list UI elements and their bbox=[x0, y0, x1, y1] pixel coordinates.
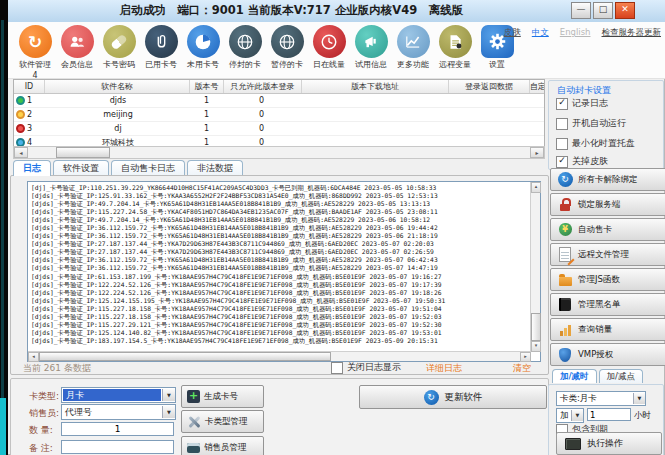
execute-operation-button[interactable]: 执行操作 bbox=[556, 432, 662, 455]
tab-add-subtract-points[interactable]: 加/减点 bbox=[599, 369, 643, 383]
col-custom[interactable]: 自定义数据 bbox=[530, 80, 544, 93]
table-row[interactable]: 1 djds 1 0 bbox=[14, 94, 544, 108]
quantity-input[interactable] bbox=[61, 422, 174, 436]
log-textarea[interactable]: [dj]_卡号验证_IP:110.251.39.229_YK86644D10H8… bbox=[27, 181, 541, 362]
toolbar-label: 更多功能 bbox=[397, 60, 429, 69]
log-line: [djds]_卡号验证_IP:27.187.137.44_卡号:YKA7D29D… bbox=[31, 240, 530, 248]
toolbar-item-software-manage[interactable]: ↻ 软件管理 4 bbox=[14, 22, 56, 78]
chevron-down-icon[interactable]: ▼ bbox=[633, 393, 645, 404]
scrollbar-thumb[interactable] bbox=[531, 313, 541, 341]
card-type-select[interactable]: 月卡 ▼ bbox=[61, 387, 176, 403]
table-row[interactable]: 3 dj 1 0 bbox=[14, 122, 544, 136]
button-label: 自动售卡 bbox=[578, 224, 612, 236]
unbind-icon: ↻ bbox=[557, 172, 573, 188]
minimize-to-tray-checkbox[interactable]: ✓ 最小化时置托盘 bbox=[556, 137, 635, 150]
log-line: [djds]_卡号验证_IP:125.124.140.82_卡号:YK18AAE… bbox=[31, 329, 530, 337]
update-software-button[interactable]: ↻ 更新软件 bbox=[359, 385, 547, 409]
log-line: [djds]_卡号验证_IP:49.7.204.14_卡号:YK65A61D48… bbox=[31, 200, 530, 208]
toolbar-item-card-password[interactable]: 卡号密码 bbox=[98, 22, 140, 78]
toolbar-item-trial-info[interactable]: 试用信息 bbox=[350, 22, 392, 78]
minimize-button[interactable]: — bbox=[571, 2, 591, 19]
log-vertical-scrollbar[interactable]: ▴ ▾ bbox=[530, 182, 540, 352]
toolbar-item-more-functions[interactable]: 更多功能 bbox=[392, 22, 434, 78]
checkbox-label: 记录日志 bbox=[572, 97, 608, 110]
toolbar-item-used-cards[interactable]: 已用卡号 bbox=[140, 22, 182, 78]
titlebar[interactable]: 启动成功 端口：9001 当前版本V:717 企业版内核V49 离线版 — □ … bbox=[8, 0, 665, 23]
toolbar-item-paused-cards[interactable]: 暂停的卡 bbox=[266, 22, 308, 78]
checkbox[interactable]: ✓ bbox=[556, 138, 568, 150]
toolbar-item-daily-online[interactable]: 日在线量 bbox=[308, 22, 350, 78]
col-name[interactable]: 软件名称 bbox=[45, 80, 190, 93]
check-update-link[interactable]: 检查服务器更新 bbox=[602, 27, 662, 39]
scrollbar-thumb[interactable] bbox=[39, 352, 331, 361]
operation-select[interactable]: 加 ▼ bbox=[556, 408, 584, 423]
scroll-left-icon[interactable]: ◂ bbox=[14, 147, 28, 158]
chevron-down-icon[interactable]: ▼ bbox=[162, 389, 175, 401]
adjust-value-input[interactable] bbox=[587, 408, 631, 421]
card-type-manage-button[interactable]: 卡类型管理 bbox=[181, 410, 264, 433]
vmp-authorize-button[interactable]: VMP授权 bbox=[550, 343, 665, 366]
scroll-right-icon[interactable]: ▸ bbox=[520, 352, 531, 362]
checkbox[interactable]: ✓ bbox=[556, 98, 568, 110]
auto-sell-button[interactable]: ¥ 自动售卡 bbox=[550, 218, 665, 241]
scroll-left-icon[interactable]: ◂ bbox=[28, 352, 39, 362]
tab-log[interactable]: 日志 bbox=[13, 160, 51, 176]
tab-software-settings[interactable]: 软件设置 bbox=[53, 160, 109, 176]
log-horizontal-scrollbar[interactable]: ◂ ▸ bbox=[28, 351, 531, 361]
bar-chart-icon bbox=[557, 322, 573, 338]
table-row[interactable]: 2 meijing 1 0 bbox=[14, 108, 544, 122]
remote-file-manager-button[interactable]: 远程文件管理 bbox=[550, 243, 665, 266]
chevron-down-icon[interactable]: ▼ bbox=[571, 410, 583, 421]
checkbox-label: 最小化时置托盘 bbox=[572, 137, 635, 150]
col-only-this-version[interactable]: 只允许此版本登录 bbox=[224, 80, 302, 93]
pill-icon bbox=[103, 25, 136, 58]
checkbox[interactable]: ✓ bbox=[331, 362, 343, 374]
seller-manage-button[interactable]: 销售员管理 bbox=[181, 436, 264, 455]
scroll-right-icon[interactable]: ▸ bbox=[530, 147, 544, 158]
query-sales-button[interactable]: 查询销量 bbox=[550, 318, 665, 341]
seller-select[interactable]: 代理号 ▼ bbox=[61, 404, 176, 420]
maximize-button[interactable]: □ bbox=[593, 2, 613, 19]
button-label: 更新软件 bbox=[445, 391, 483, 404]
toolbar-item-remote-variables[interactable]: 远程变量 bbox=[434, 22, 476, 78]
record-log-checkbox[interactable]: ✓ 记录日志 bbox=[556, 97, 608, 110]
col-version[interactable]: 版本号 bbox=[190, 80, 224, 93]
toolbar-item-banned-cards[interactable]: 停封的卡 bbox=[224, 22, 266, 78]
adjust-card-type-select[interactable]: 卡类:月卡 ▼ bbox=[556, 391, 646, 406]
cell-version: 1 bbox=[190, 108, 223, 121]
note-input[interactable] bbox=[61, 440, 174, 454]
chevron-down-icon[interactable]: ▼ bbox=[162, 406, 175, 418]
detail-log-link[interactable]: 详细日志 bbox=[426, 362, 462, 375]
generate-card-button[interactable]: + 生成卡号 bbox=[181, 385, 264, 408]
english-link[interactable]: English bbox=[560, 27, 591, 39]
toolbar-item-unused-cards[interactable]: 未用卡号 bbox=[182, 22, 224, 78]
scroll-down-icon[interactable]: ▾ bbox=[531, 341, 541, 352]
col-login-return[interactable]: 登录返回数据 bbox=[449, 80, 530, 93]
manage-js-functions-button[interactable]: 管理JS函数 bbox=[550, 268, 665, 291]
autostart-checkbox[interactable]: ✓ 开机自动运行 bbox=[556, 117, 626, 130]
log-line: [djds]_卡号验证_IP:125.91.33.162_卡号:YKAA3A65… bbox=[31, 192, 530, 200]
close-button[interactable]: ✕ bbox=[615, 2, 635, 19]
col-download-url[interactable]: 版本下载地址 bbox=[302, 80, 449, 93]
checkbox[interactable]: ✓ bbox=[556, 118, 568, 130]
scrollbar-thumb[interactable] bbox=[56, 147, 110, 158]
main-tab-bar: 日志 软件设置 自动售卡日志 非法数据 bbox=[13, 160, 243, 176]
tab-auto-sell-log[interactable]: 自动售卡日志 bbox=[111, 160, 185, 176]
tab-add-subtract-time[interactable]: 加/减时 bbox=[552, 369, 597, 383]
scroll-up-icon[interactable]: ▴ bbox=[531, 182, 541, 193]
table-horizontal-scrollbar[interactable]: ◂ ▸ bbox=[13, 146, 545, 159]
chinese-link[interactable]: 中文 bbox=[532, 27, 549, 39]
right-button-stack: ↻ 所有卡解除绑定 锁定服务端 ¥ 自动售卡 远程文件管理 管理JS函数 管理黑… bbox=[548, 166, 662, 368]
lock-server-button[interactable]: 锁定服务端 bbox=[550, 193, 665, 216]
cell-custom bbox=[526, 108, 544, 121]
manage-blacklist-button[interactable]: 管理黑名单 bbox=[550, 293, 665, 316]
close-log-checkbox[interactable]: ✓ 关闭日志显示 bbox=[331, 361, 401, 374]
clear-log-link[interactable]: 清空 bbox=[513, 362, 531, 375]
button-label: 卡类型管理 bbox=[205, 416, 248, 428]
toolbar-item-members[interactable]: 会员信息 bbox=[56, 22, 98, 78]
unbind-all-cards-button[interactable]: ↻ 所有卡解除绑定 bbox=[550, 168, 665, 191]
col-id[interactable]: ID bbox=[14, 80, 45, 93]
skin-link[interactable]: 皮肤 bbox=[504, 27, 521, 39]
log-line: [djds]_卡号验证_IP:122.224.52.126_卡号:YK18AAE… bbox=[31, 289, 530, 297]
tab-illegal-data[interactable]: 非法数据 bbox=[187, 160, 243, 176]
